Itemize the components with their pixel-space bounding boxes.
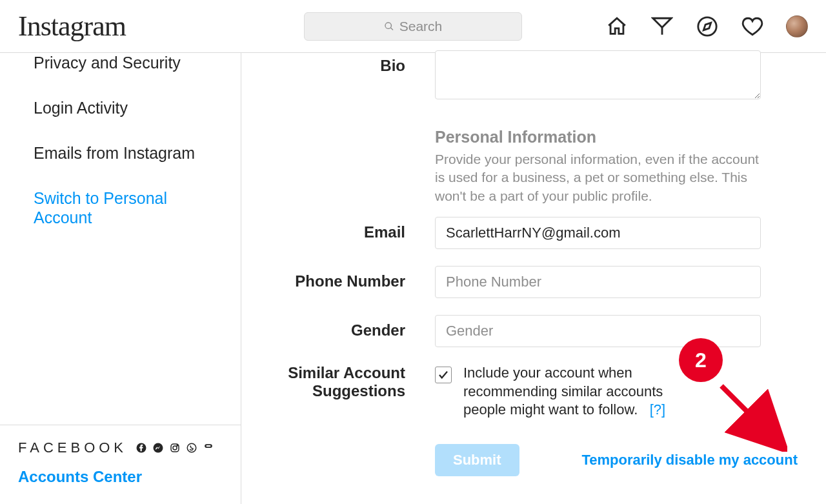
instagram-logo[interactable]: Instagram — [18, 10, 126, 43]
check-icon — [438, 369, 449, 381]
messenger-icon — [152, 441, 165, 454]
home-icon[interactable] — [605, 15, 629, 38]
facebook-label: FACEBOOK — [18, 439, 127, 456]
email-input[interactable] — [435, 217, 761, 249]
similar-suggestions-help-link[interactable]: [?] — [650, 401, 665, 418]
similar-suggestions-label: Similar Account Suggestions — [241, 364, 435, 399]
profile-avatar[interactable] — [786, 15, 808, 37]
svg-point-0 — [698, 17, 716, 35]
temporarily-disable-link[interactable]: Temporarily disable my account — [581, 452, 800, 469]
nav-icons — [605, 15, 808, 38]
oculus-icon — [202, 441, 215, 454]
svg-rect-9 — [206, 445, 211, 447]
phone-input[interactable] — [435, 266, 761, 298]
sidebar-item-privacy[interactable]: Privacy and Security — [0, 53, 241, 86]
submit-button[interactable]: Submit — [435, 444, 519, 476]
search-icon — [384, 21, 394, 32]
svg-line-10 — [721, 386, 768, 432]
bio-label: Bio — [241, 50, 435, 75]
gender-label: Gender — [241, 315, 435, 339]
settings-sidebar: Privacy and Security Login Activity Emai… — [0, 53, 241, 504]
personal-info-heading: Personal Information — [435, 128, 783, 146]
email-label: Email — [241, 217, 435, 241]
sidebar-item-switch-account[interactable]: Switch to Personal Account — [0, 177, 241, 241]
top-bar: Instagram Search — [0, 0, 826, 53]
messages-icon[interactable] — [650, 15, 674, 38]
svg-point-6 — [177, 445, 178, 447]
sidebar-item-login-activity[interactable]: Login Activity — [0, 86, 241, 132]
personal-info-desc: Provide your personal information, even … — [435, 150, 771, 205]
search-placeholder: Search — [399, 19, 443, 34]
facebook-icon — [135, 441, 148, 454]
annotation-step-badge: 2 — [679, 338, 723, 382]
phone-label: Phone Number — [241, 266, 435, 290]
similar-suggestions-checkbox[interactable] — [435, 367, 452, 383]
whatsapp-icon — [185, 441, 198, 454]
svg-point-5 — [173, 446, 177, 450]
search-input[interactable]: Search — [304, 12, 522, 41]
accounts-center-link[interactable]: Accounts Center — [18, 468, 223, 486]
instagram-icon — [168, 441, 181, 454]
explore-icon[interactable] — [696, 15, 719, 38]
annotation-arrow-icon — [716, 381, 787, 452]
bio-textarea[interactable] — [435, 50, 761, 99]
activity-icon[interactable] — [741, 15, 764, 38]
sidebar-item-emails[interactable]: Emails from Instagram — [0, 132, 241, 177]
svg-marker-1 — [703, 23, 710, 30]
facebook-app-icons — [135, 441, 215, 454]
similar-suggestions-text: Include your account when recommending s… — [463, 364, 683, 419]
